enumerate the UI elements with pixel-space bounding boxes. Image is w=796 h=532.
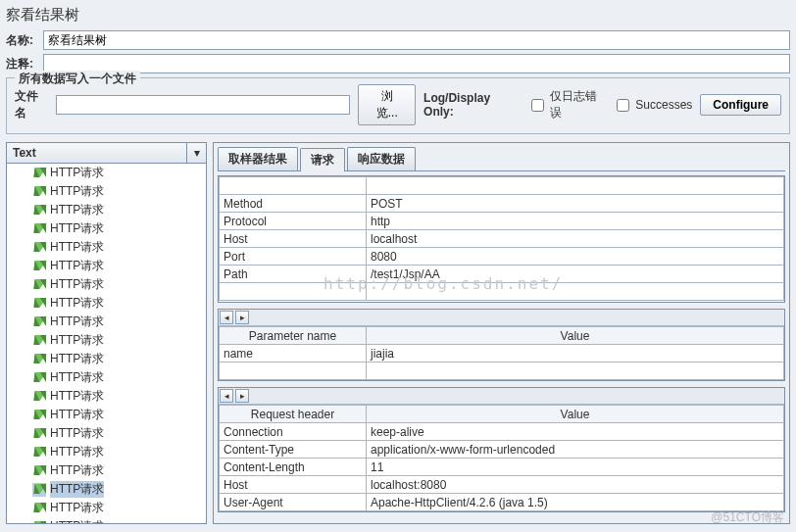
sample-success-icon xyxy=(32,334,46,348)
tree-item-http-request[interactable]: HTTP请求 xyxy=(7,517,206,523)
tree-item-http-request[interactable]: HTTP请求 xyxy=(7,368,206,387)
sample-success-icon xyxy=(32,464,46,478)
header-value: localhost:8080 xyxy=(367,476,784,494)
tree-item-label: HTTP请求 xyxy=(50,183,104,200)
comment-input[interactable] xyxy=(43,54,790,73)
sample-success-icon xyxy=(32,390,46,404)
tree-item-http-request[interactable]: HTTP请求 xyxy=(7,350,206,368)
tree-item-http-request[interactable]: HTTP请求 xyxy=(7,275,206,294)
info-key: Protocol xyxy=(220,213,367,230)
sample-success-icon xyxy=(32,185,46,199)
logdisplay-label: Log/Display Only: xyxy=(423,91,520,119)
tree-item-http-request[interactable]: HTTP请求 xyxy=(7,331,206,350)
sample-success-icon xyxy=(32,315,46,329)
tree-item-label: HTTP请求 xyxy=(50,481,104,498)
tree-item-http-request[interactable]: HTTP请求 xyxy=(7,238,206,257)
header-value: 11 xyxy=(367,459,784,476)
file-output-legend: 所有数据写入一个文件 xyxy=(15,71,140,87)
info-key: Path xyxy=(220,266,367,283)
col-param-value: Value xyxy=(367,327,784,345)
tree-item-http-request[interactable]: HTTP请求 xyxy=(7,219,206,238)
sample-success-icon xyxy=(32,278,46,292)
grid-collapse-icon[interactable]: ◂ xyxy=(220,311,233,324)
info-value: POST xyxy=(367,195,784,213)
tree-item-http-request[interactable]: HTTP请求 xyxy=(7,294,206,313)
file-output-fieldset: 所有数据写入一个文件 文件名 浏览... Log/Display Only: 仅… xyxy=(6,77,790,134)
tree-view-dropdown[interactable]: ▾ xyxy=(186,143,206,163)
tree-item-label: HTTP请求 xyxy=(50,388,104,405)
name-input[interactable] xyxy=(43,30,790,50)
filename-input[interactable] xyxy=(56,95,350,115)
headers-grid: ◂ ▸ Request headerValueConnectionkeep-al… xyxy=(218,387,785,512)
col-header-value: Value xyxy=(367,406,784,423)
param-value: jiajia xyxy=(367,345,784,363)
tab-sampler-result[interactable]: 取样器结果 xyxy=(218,147,298,170)
sample-success-icon xyxy=(32,427,46,441)
sample-success-icon xyxy=(32,353,46,366)
info-value: 8080 xyxy=(367,248,784,266)
header-name: Connection xyxy=(220,423,367,441)
tree-item-label: HTTP请求 xyxy=(50,351,104,367)
only-errors-checkbox[interactable]: 仅日志错误 xyxy=(527,88,606,121)
sample-success-icon xyxy=(32,502,46,515)
tree-item-http-request[interactable]: HTTP请求 xyxy=(7,461,206,480)
tree-view-selector[interactable]: Text xyxy=(7,143,186,163)
tree-item-label: HTTP请求 xyxy=(50,295,104,312)
tab-request[interactable]: 请求 xyxy=(300,148,345,171)
tree-item-label: HTTP请求 xyxy=(50,239,104,256)
sample-success-icon xyxy=(32,241,46,255)
sample-success-icon xyxy=(32,297,46,311)
header-name: Content-Type xyxy=(220,441,367,459)
tree-item-http-request[interactable]: HTTP请求 xyxy=(7,406,206,424)
tree-item-http-request[interactable]: HTTP请求 xyxy=(7,164,206,182)
info-value: http xyxy=(367,213,784,230)
header-name: User-Agent xyxy=(220,494,367,511)
tree-item-http-request[interactable]: HTTP请求 xyxy=(7,257,206,275)
info-value: localhost xyxy=(367,230,784,248)
configure-button[interactable]: Configure xyxy=(700,94,781,116)
header-value: keep-alive xyxy=(367,423,784,441)
result-tree: Text ▾ HTTP请求HTTP请求HTTP请求HTTP请求HTTP请求HTT… xyxy=(6,142,207,524)
tree-item-label: HTTP请求 xyxy=(50,369,104,386)
tree-item-http-request[interactable]: HTTP请求 xyxy=(7,201,206,219)
info-key: Port xyxy=(220,248,367,266)
tree-item-label: HTTP请求 xyxy=(50,276,104,293)
filename-label: 文件名 xyxy=(15,88,48,121)
sample-success-icon xyxy=(32,167,46,180)
tree-item-http-request[interactable]: HTTP请求 xyxy=(7,499,206,517)
tree-item-http-request[interactable]: HTTP请求 xyxy=(7,387,206,406)
tab-response-data[interactable]: 响应数据 xyxy=(347,147,416,170)
tree-item-http-request[interactable]: HTTP请求 xyxy=(7,424,206,443)
header-value: application/x-www-form-urlencoded xyxy=(367,441,784,459)
chevron-down-icon: ▾ xyxy=(194,146,200,160)
tree-item-http-request[interactable]: HTTP请求 xyxy=(7,182,206,201)
sample-success-icon xyxy=(32,260,46,273)
footer-watermark: @51CTO博客 xyxy=(711,509,784,526)
successes-checkbox[interactable]: Successes xyxy=(613,96,692,115)
tree-item-label: HTTP请求 xyxy=(50,220,104,237)
comment-label: 注释: xyxy=(6,56,43,73)
col-param-name: Parameter name xyxy=(220,327,367,345)
tree-item-label: HTTP请求 xyxy=(50,444,104,460)
header-value: Apache-HttpClient/4.2.6 (java 1.5) xyxy=(367,494,784,511)
grid-collapse-icon[interactable]: ◂ xyxy=(220,389,233,403)
sample-success-icon xyxy=(32,204,46,218)
tree-item-label: HTTP请求 xyxy=(50,407,104,423)
tree-item-http-request[interactable]: HTTP请求 xyxy=(7,443,206,461)
tree-item-label: HTTP请求 xyxy=(50,314,104,330)
grid-expand-icon[interactable]: ▸ xyxy=(235,389,249,403)
params-grid: ◂ ▸ Parameter nameValuenamejiajia xyxy=(218,309,785,381)
tree-item-label: HTTP请求 xyxy=(50,202,104,218)
grid-expand-icon[interactable]: ▸ xyxy=(235,311,249,324)
page-title: 察看结果树 xyxy=(6,4,790,30)
tree-item-http-request[interactable]: HTTP请求 xyxy=(7,480,206,499)
tree-item-http-request[interactable]: HTTP请求 xyxy=(7,313,206,331)
sample-success-icon xyxy=(32,371,46,385)
tree-item-label: HTTP请求 xyxy=(50,258,104,274)
sample-success-icon xyxy=(32,520,46,524)
header-name: Host xyxy=(220,476,367,494)
request-info-grid: MethodPOSTProtocolhttpHostlocalhostPort8… xyxy=(218,175,785,303)
param-name: name xyxy=(220,345,367,363)
browse-button[interactable]: 浏览... xyxy=(358,84,416,125)
name-label: 名称: xyxy=(6,32,43,49)
